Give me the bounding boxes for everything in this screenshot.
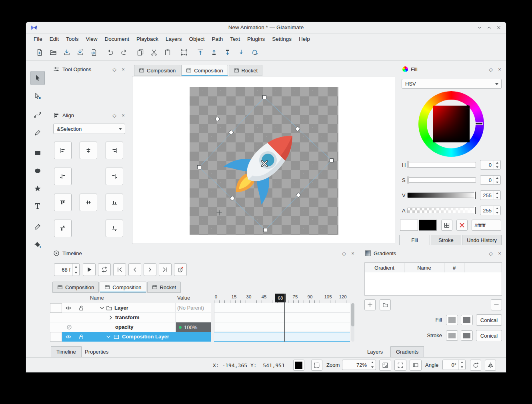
canvas-tab-composition-2[interactable]: Composition — [181, 65, 228, 76]
float-panel-button[interactable]: ◇ — [340, 250, 348, 257]
float-panel-button[interactable]: ◇ — [111, 112, 118, 119]
dock-tab-timeline[interactable]: Timeline — [51, 346, 82, 357]
export-button[interactable] — [88, 46, 100, 58]
float-panel-button[interactable]: ◇ — [487, 250, 494, 257]
channel-h-slider[interactable] — [407, 162, 476, 168]
float-panel-button[interactable]: ◇ — [111, 66, 118, 73]
zoom-expand-button[interactable] — [394, 360, 406, 371]
visibility-eye-icon[interactable] — [65, 305, 72, 311]
window-close-button[interactable] — [495, 24, 503, 32]
align-right-button[interactable] — [106, 142, 123, 159]
menu-layers[interactable]: Layers — [162, 34, 186, 44]
save-button[interactable] — [61, 46, 73, 58]
spin-arrows[interactable] — [72, 264, 79, 276]
align-outside-right-button[interactable] — [106, 168, 123, 185]
selection-handle-right[interactable] — [330, 158, 334, 162]
align-bottom-button[interactable] — [106, 194, 123, 211]
menu-tools[interactable]: Tools — [62, 34, 82, 44]
star-tool[interactable] — [30, 182, 45, 196]
menu-settings[interactable]: Settings — [268, 34, 295, 44]
saturation-value-square[interactable] — [433, 106, 470, 142]
slider-handle[interactable] — [475, 192, 476, 199]
align-outside-bottom-button[interactable] — [106, 220, 123, 237]
slider-handle[interactable] — [408, 176, 408, 184]
scrollbar-thumb[interactable] — [351, 303, 354, 326]
timeline-tab-composition-1[interactable]: Composition — [52, 282, 99, 293]
channel-h-spinbox[interactable]: 0 — [480, 160, 501, 170]
flip-view-button[interactable] — [485, 360, 496, 371]
select-tool[interactable] — [30, 71, 45, 85]
prev-frame-button[interactable] — [128, 263, 141, 276]
selected-track[interactable] — [214, 332, 350, 342]
menu-help[interactable]: Help — [295, 34, 314, 44]
slider-handle[interactable] — [408, 161, 408, 168]
add-gradient-button[interactable] — [364, 299, 376, 310]
row-stub[interactable] — [50, 332, 62, 342]
copy-button[interactable] — [134, 46, 146, 58]
go-last-frame-button[interactable] — [159, 263, 172, 276]
view-frame-button[interactable] — [311, 360, 322, 371]
menu-view[interactable]: View — [82, 34, 101, 44]
channel-a-slider[interactable] — [407, 208, 476, 213]
close-panel-button[interactable]: × — [120, 66, 127, 73]
canvas-tab-rocket[interactable]: Rocket — [229, 65, 262, 76]
stroke-gradient-swatch-1[interactable] — [446, 330, 458, 341]
close-panel-button[interactable]: × — [496, 250, 503, 257]
gradient-presets-button[interactable] — [380, 299, 391, 310]
column-count[interactable]: # — [444, 262, 464, 273]
spin-arrows[interactable] — [369, 360, 376, 370]
close-panel-button[interactable]: × — [120, 112, 127, 119]
stroke-gradient-type-button[interactable]: Conical — [476, 330, 502, 341]
paste-button[interactable] — [162, 46, 174, 58]
loop-button[interactable] — [98, 263, 111, 276]
composition-layer-row-name[interactable]: Composition Layer — [122, 332, 169, 342]
spin-arrows[interactable] — [458, 360, 465, 370]
opacity-value-cell[interactable]: 100% — [176, 322, 211, 332]
chevron-right-icon[interactable] — [108, 314, 114, 321]
redo-button[interactable] — [118, 46, 130, 58]
menu-object[interactable]: Object — [185, 34, 208, 44]
go-first-frame-button[interactable] — [113, 263, 126, 276]
palette-button[interactable] — [441, 220, 452, 231]
menu-file[interactable]: File — [30, 34, 46, 44]
gradient-list[interactable] — [364, 272, 502, 296]
layer-row-name[interactable]: Layer — [114, 303, 128, 313]
arrange-button[interactable] — [249, 46, 261, 58]
float-panel-button[interactable]: ◇ — [487, 66, 494, 73]
sv-selector[interactable] — [466, 105, 470, 109]
column-gradient[interactable]: Gradient — [364, 262, 404, 273]
fill-gradient-swatch-1[interactable] — [446, 315, 458, 325]
record-keyframe-button[interactable] — [174, 263, 187, 276]
current-color-button[interactable] — [293, 360, 304, 371]
close-panel-button[interactable]: × — [496, 66, 503, 73]
colorspace-combo[interactable]: HSV — [402, 79, 502, 89]
fill-tab[interactable]: Fill — [399, 235, 430, 245]
dock-tab-properties[interactable]: Properties — [80, 346, 114, 357]
clear-color-button[interactable] — [456, 220, 468, 231]
undo-button[interactable] — [104, 46, 116, 58]
menu-text[interactable]: Text — [226, 34, 244, 44]
opacity-row-name[interactable]: opacity — [115, 322, 134, 332]
channel-s-slider[interactable] — [407, 177, 476, 183]
align-outside-top-button[interactable] — [54, 220, 72, 237]
align-top-button[interactable] — [54, 194, 72, 211]
next-frame-button[interactable] — [144, 263, 156, 276]
timeline-tab-composition-2[interactable]: Composition — [100, 282, 146, 293]
menu-path[interactable]: Path — [208, 34, 226, 44]
titlebar[interactable]: New Animation * — Glaxnimate — [26, 22, 506, 34]
selection-handle-top[interactable] — [262, 95, 266, 99]
angle-spinbox[interactable]: 0° — [442, 360, 466, 370]
hue-selector[interactable] — [476, 123, 482, 124]
playhead[interactable] — [284, 294, 285, 342]
ellipse-tool[interactable] — [30, 164, 45, 178]
undo-history-tab[interactable]: Undo History — [462, 235, 502, 245]
fill-gradient-swatch-2[interactable] — [461, 315, 473, 325]
close-panel-button[interactable]: × — [349, 250, 356, 257]
window-maximize-button[interactable] — [485, 24, 493, 32]
spin-arrows[interactable] — [494, 160, 500, 169]
raise-button[interactable] — [208, 46, 220, 58]
draw-bezier-tool[interactable] — [30, 108, 45, 122]
chevron-down-icon[interactable] — [105, 334, 112, 340]
visibility-eye-icon[interactable] — [65, 334, 72, 340]
current-color-swatch[interactable] — [400, 220, 418, 231]
